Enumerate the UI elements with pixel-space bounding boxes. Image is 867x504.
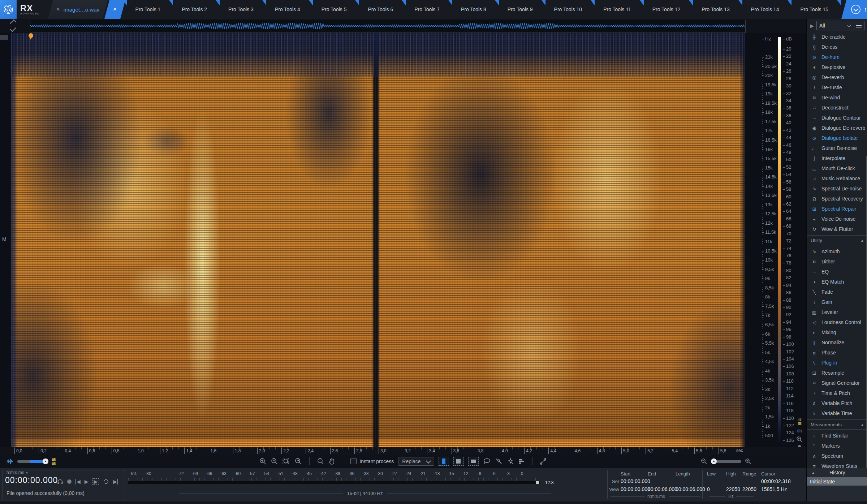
tab-pro-tools-9[interactable]: Pro Tools 9	[499, 0, 542, 19]
file-tab[interactable]: × imaget…o.wav	[48, 0, 108, 19]
time-ruler[interactable]: 0,00,20,40,60,81,01,21,41,61,82,02,22,42…	[0, 447, 806, 455]
process-mode-select[interactable]: Replace	[398, 457, 434, 466]
module-item-wow-flutter[interactable]: ↻Wow & Flutter	[807, 224, 867, 234]
tab-pro-tools-14[interactable]: Pro Tools 14	[742, 0, 788, 19]
play-selection-button[interactable]: ▶	[92, 478, 99, 485]
playhead-marker[interactable]	[29, 33, 33, 38]
module-item-de-ess[interactable]: §De-ess	[807, 42, 867, 52]
module-item-phase[interactable]: ⌀Phase	[807, 348, 867, 358]
slider-thumb[interactable]	[43, 458, 48, 464]
module-item-de-hum[interactable]: ⊘De-hum	[807, 52, 867, 62]
spectrogram-view-icon[interactable]: ≋≋	[797, 417, 802, 426]
tab-pro-tools-13[interactable]: Pro Tools 13	[693, 0, 738, 19]
waveform-spectrogram-blend-slider[interactable]	[17, 460, 48, 463]
tab-pro-tools-1[interactable]: Pro Tools 1	[127, 0, 169, 19]
module-item-deconstruct[interactable]: ∴Deconstruct	[807, 103, 867, 113]
module-item-guitar-de-noise[interactable]: ♩Guitar De-noise	[807, 143, 867, 153]
tab-pro-tools-15[interactable]: Pro Tools 15	[791, 0, 837, 19]
frequency-ruler[interactable]: Hz 21k20,5k20k19,5k19k18,5k18k17,5k17k16…	[745, 33, 806, 447]
section-header-utility[interactable]: Utility▲	[807, 235, 867, 245]
spectrogram-color-scale[interactable]	[778, 37, 781, 445]
section-header-measurements[interactable]: Measurements▲	[807, 419, 867, 430]
module-item-de-crackle[interactable]: ╫De-crackle	[807, 32, 867, 42]
module-item-plug-in[interactable]: ϟPlug-in	[807, 358, 867, 368]
tab-pro-tools-11[interactable]: Pro Tools 11	[595, 0, 640, 19]
module-item-eq-match[interactable]: ◑EQ Match	[807, 277, 867, 287]
module-item-dialogue-de-reverb[interactable]: ◉Dialogue De-reverb	[807, 123, 867, 133]
send-back-button[interactable]: ↑ SEND BACK	[841, 0, 867, 19]
zoom-fit-icon[interactable]	[295, 458, 302, 465]
lasso-tool-icon[interactable]	[483, 458, 491, 465]
module-item-variable-pitch[interactable]: ♯Variable Pitch	[807, 398, 867, 408]
spectrogram-blend-icon[interactable]: ≋≋	[51, 457, 56, 465]
chevron-down-circle-icon[interactable]	[851, 5, 860, 14]
horizontal-zoom-slider[interactable]	[711, 460, 741, 463]
module-item-de-reverb[interactable]: ◎De-reverb	[807, 72, 867, 82]
module-item-gain[interactable]: ↕Gain	[807, 297, 867, 307]
waveform-view-icon[interactable]: ıllı	[797, 428, 802, 434]
waveform-blend-icon[interactable]	[7, 458, 14, 464]
zoom-selection-icon[interactable]	[282, 458, 290, 465]
module-item-interpolate[interactable]: ∫Interpolate	[807, 153, 867, 163]
module-menu-button[interactable]	[853, 21, 864, 30]
active-tab-close-button[interactable]: ×	[104, 0, 125, 19]
module-item-de-plosive[interactable]: ∗De-plosive	[807, 62, 867, 72]
tab-pro-tools-12[interactable]: Pro Tools 12	[644, 0, 689, 19]
module-item-leveler[interactable]: ▥Leveler	[807, 307, 867, 317]
module-item-variable-time[interactable]: ♭Variable Time	[807, 408, 867, 418]
module-item-dialogue-isolate[interactable]: ⊙Dialogue Isolate	[807, 133, 867, 143]
magic-wand-tool-icon[interactable]	[507, 458, 514, 465]
collapse-up-icon[interactable]: ▲	[860, 423, 864, 427]
module-item-voice-de-noise[interactable]: ◒Voice De-noise	[807, 214, 867, 224]
module-item-time-pitch[interactable]: ◔Time & Pitch	[807, 388, 867, 398]
tab-pro-tools-5[interactable]: Pro Tools 5	[313, 0, 355, 19]
module-item-spectrum[interactable]: ∧Spectrum	[807, 451, 867, 461]
module-item-azimuth[interactable]: ∿Azimuth	[807, 246, 867, 257]
time-frequency-selection-tool[interactable]	[453, 457, 464, 466]
rx-logo[interactable]	[0, 0, 17, 19]
module-item-de-wind[interactable]: ≋De-wind	[807, 92, 867, 103]
module-item-loudness-control[interactable]: ◁Loudness Control	[807, 317, 867, 327]
module-item-signal-generator[interactable]: ≈Signal Generator	[807, 378, 867, 388]
module-item-dialogue-contour[interactable]: ∼Dialogue Contour	[807, 113, 867, 123]
tab-pro-tools-10[interactable]: Pro Tools 10	[545, 0, 591, 19]
zoom-out-tool-icon[interactable]	[271, 458, 278, 465]
history-header[interactable]: ▲ History	[807, 468, 867, 477]
signal-path-icon[interactable]	[540, 458, 547, 465]
file-tab-close-icon[interactable]: ×	[56, 6, 60, 13]
module-item-normalize[interactable]: ∥Normalize	[807, 337, 867, 348]
playhead-time-display[interactable]: 00:00:00.000	[5, 475, 58, 485]
zoom-out-icon[interactable]	[701, 458, 707, 465]
brush-tool-icon[interactable]	[495, 458, 502, 465]
module-item-spectral-recovery[interactable]: ΩSpectral Recovery	[807, 194, 867, 204]
play-button[interactable]: ▶	[85, 479, 89, 484]
zoom-in-icon[interactable]	[796, 436, 803, 443]
selection-feather-icon[interactable]	[518, 458, 525, 464]
collapse-up-icon[interactable]: ▲	[860, 238, 864, 242]
module-item-de-rustle[interactable]: ≀De-rustle	[807, 82, 867, 92]
tab-pro-tools-8[interactable]: Pro Tools 8	[452, 0, 495, 19]
instant-process-checkbox[interactable]	[350, 458, 357, 464]
module-item-spectral-repair[interactable]: ⊞Spectral Repair	[807, 204, 867, 214]
time-selection-tool[interactable]	[439, 457, 449, 466]
corner-widget[interactable]	[0, 35, 8, 40]
record-button[interactable]	[67, 479, 72, 484]
tab-pro-tools-2[interactable]: Pro Tools 2	[173, 0, 216, 19]
time-format-select[interactable]: h:m:s.ms ▼	[7, 470, 29, 475]
monitor-headphones-icon[interactable]	[57, 479, 63, 484]
module-item-music-rebalance[interactable]: ♫Music Rebalance	[807, 173, 867, 184]
file-tab-label[interactable]: imaget…o.wav	[64, 7, 99, 13]
magnifier-tool-icon[interactable]	[317, 458, 324, 465]
go-to-end-button[interactable]: ▶	[113, 479, 118, 484]
tab-pro-tools-4[interactable]: Pro Tools 4	[266, 0, 309, 19]
frequency-selection-tool[interactable]	[468, 457, 479, 466]
module-item-mouth-de-click[interactable]: ◡Mouth De-click	[807, 163, 867, 173]
module-filter-select[interactable]: All	[816, 21, 853, 30]
loop-button[interactable]	[103, 479, 109, 484]
go-to-start-button[interactable]: ◀	[76, 479, 81, 484]
spectrogram-display[interactable]	[11, 33, 745, 447]
module-item-fade[interactable]: ╲Fade	[807, 287, 867, 297]
tab-pro-tools-3[interactable]: Pro Tools 3	[220, 0, 262, 19]
module-item-eq[interactable]: ∼EQ	[807, 267, 867, 277]
collapse-up-icon[interactable]: ▲	[811, 471, 815, 475]
